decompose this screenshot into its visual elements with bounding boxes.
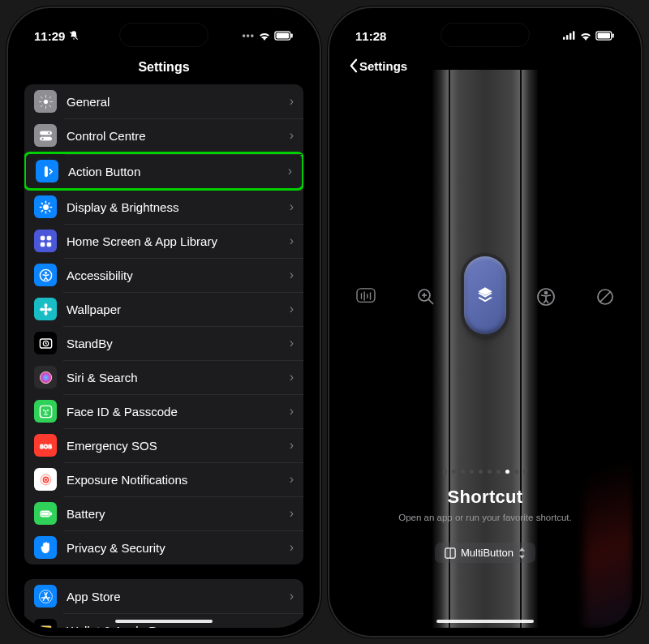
svg-point-31 [45,479,46,480]
no-action-icon[interactable] [595,287,615,307]
page-dot[interactable] [479,470,483,474]
row-label: Accessibility [67,268,290,282]
bell-off-icon [68,30,80,41]
page-dot[interactable] [488,470,492,474]
settings-row-wallpaper[interactable]: Wallpaper› [24,292,303,326]
svg-rect-13 [41,243,45,247]
row-label: Home Screen & App Library [67,234,290,248]
svg-rect-45 [598,33,610,39]
row-label: Face ID & Passcode [67,405,290,419]
settings-row-display-brightness[interactable]: Display & Brightness› [24,190,303,224]
settings-row-app-store[interactable]: App Store› [24,579,303,613]
svg-rect-2 [277,33,289,39]
screen-action-button: 11:28 Settings [337,16,633,628]
flower-icon [34,298,57,320]
home-indicator[interactable] [115,620,213,623]
cell-icon [563,31,576,41]
settings-row-privacy-security[interactable]: Privacy & Security› [24,530,303,565]
svg-point-16 [45,272,46,273]
battery-icon [274,31,294,41]
row-label: Wallet & Apple Pay [67,624,290,629]
phone-right: 11:28 Settings [329,8,641,636]
chevron-right-icon: › [290,506,294,521]
appstore-icon [34,585,57,608]
settings-row-general[interactable]: General› [24,84,303,118]
page-dot[interactable] [523,470,527,474]
settings-row-battery[interactable]: Battery› [24,496,303,530]
settings-row-accessibility[interactable]: Accessibility› [24,258,303,292]
page-dot[interactable] [496,470,501,474]
clock-icon [34,332,57,354]
settings-row-control-centre[interactable]: Control Centre› [24,118,303,152]
shortcut-name: MultiButton [461,547,514,559]
settings-row-emergency-sos[interactable]: SOSEmergency SOS› [24,428,303,462]
chevron-right-icon: › [290,200,294,214]
row-label: General [67,95,290,109]
page-dot[interactable] [452,470,456,474]
page-indicator[interactable] [337,470,633,474]
chevron-right-icon: › [290,370,294,384]
chevron-right-icon: › [288,164,292,178]
svg-rect-47 [357,289,375,303]
voice-memo-icon[interactable] [355,287,376,307]
phone-left: 11:29 ••• Settings General›Control Centr… [8,8,320,636]
settings-row-siri-search[interactable]: Siri & Search› [24,360,303,394]
dynamic-island [441,23,530,47]
chevron-right-icon: › [290,234,294,248]
row-label: Siri & Search [67,371,290,384]
chevron-right-icon: › [290,128,294,143]
row-label: Battery [67,507,290,521]
accessibility-icon[interactable] [536,287,556,307]
svg-rect-14 [47,243,51,247]
action-button-carousel[interactable]: Shortcut Open an app or run your favorit… [337,70,633,628]
chevron-right-icon: › [290,472,294,487]
faceid-icon [34,400,57,423]
status-time: 11:28 [355,29,386,43]
app-grid-icon [445,547,456,559]
settings-row-home-screen-app-library[interactable]: Home Screen & App Library› [24,224,303,258]
wifi-icon [579,31,592,41]
row-label: Wallpaper [67,303,290,316]
home-indicator[interactable] [436,620,534,623]
svg-rect-46 [612,33,614,37]
page-dot[interactable] [470,470,474,474]
shortcut-picker[interactable]: MultiButton [435,543,535,563]
wallet-icon [34,619,57,628]
dots-icon: ••• [242,30,255,41]
page-title: Settings [138,60,189,74]
exposure-icon [34,468,57,491]
svg-rect-11 [41,236,45,240]
status-time: 11:29 [34,29,65,43]
settings-row-action-button[interactable]: Action Button› [24,152,303,191]
svg-rect-36 [41,625,51,628]
svg-line-59 [600,292,610,302]
row-label: Privacy & Security [67,541,290,555]
svg-rect-12 [47,236,51,240]
action-button-render [464,256,506,334]
settings-row-face-id-passcode[interactable]: Face ID & Passcode› [24,394,303,428]
page-dot[interactable] [461,470,465,474]
page-dot[interactable] [505,470,509,474]
settings-list[interactable]: General›Control Centre›Action Button›Dis… [16,84,312,628]
svg-point-26 [43,410,45,411]
svg-point-8 [41,137,43,140]
page-dot[interactable] [443,470,447,474]
magnifier-icon[interactable] [416,287,436,307]
page-dot[interactable] [514,470,518,474]
settings-group: General›Control Centre›Action Button›Dis… [24,84,303,565]
toggles-icon [34,124,57,147]
svg-point-19 [44,311,46,315]
row-label: Emergency SOS [67,439,290,453]
settings-row-exposure-notifications[interactable]: Exposure Notifications› [24,462,303,496]
svg-rect-43 [573,31,574,39]
svg-rect-3 [291,33,293,37]
chevron-right-icon: › [290,302,294,316]
shortcut-icon [475,285,496,306]
action-title: Shortcut [337,487,633,508]
chevron-right-icon: › [290,336,294,350]
svg-rect-42 [569,33,571,40]
row-label: App Store [67,590,290,603]
settings-row-standby[interactable]: StandBy› [24,326,303,360]
svg-point-4 [44,100,48,104]
action-icon [36,160,58,182]
